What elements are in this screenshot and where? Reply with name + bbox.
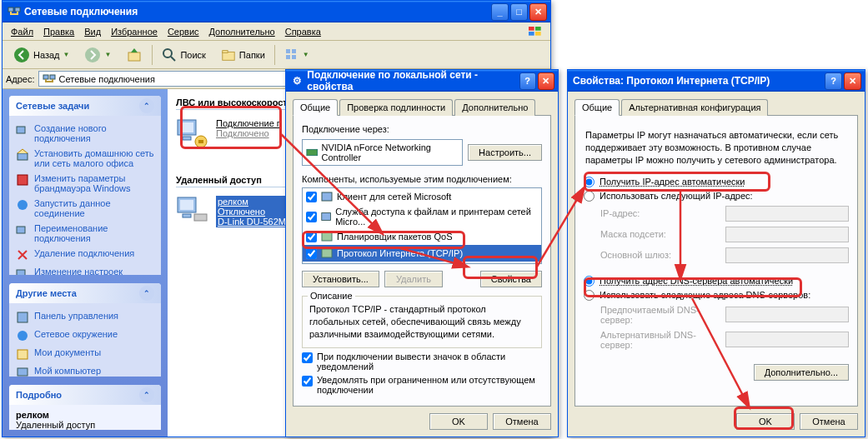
panel-network-tasks: Сетевые задачи ⌃ Создание нового подключ… [9, 96, 161, 275]
svg-rect-3 [535, 27, 541, 31]
explorer-titlebar[interactable]: Сетевые подключения _ □ ✕ [3, 1, 550, 22]
close-button[interactable]: ✕ [538, 72, 554, 90]
tcpip-description: Параметры IP могут назначаться автоматич… [585, 129, 847, 167]
explorer-title: Сетевые подключения [24, 6, 138, 17]
cancel-button[interactable]: Отмена [800, 413, 858, 430]
minimize-button[interactable]: _ [491, 3, 509, 21]
propdlg-titlebar[interactable]: ⚙ Подключение по локальной сети - свойст… [286, 70, 558, 92]
dns2-label: Альтернативный DNS-сервер: [600, 330, 725, 350]
tcpdlg-titlebar[interactable]: Свойства: Протокол Интернета (TCP/IP) ? … [568, 70, 865, 92]
panel-network-tasks-header[interactable]: Сетевые задачи ⌃ [9, 96, 161, 116]
connection-name: Подключение п [216, 118, 282, 128]
menu-tools[interactable]: Сервис [163, 25, 204, 38]
task-change-settings[interactable]: Изменение настроек подключения [16, 264, 154, 275]
help-button[interactable]: ? [519, 72, 536, 90]
task-home-network[interactable]: Установить домашнюю сеть или сеть малого… [16, 146, 154, 171]
forward-button[interactable]: ▼ [78, 42, 117, 67]
back-dropdown-icon[interactable]: ▼ [63, 51, 70, 58]
task-rename[interactable]: Переименование подключения [16, 221, 154, 246]
component-client[interactable]: Клиент для сетей Microsoft [303, 188, 541, 205]
tab-general[interactable]: Общие [293, 99, 338, 116]
task-network-neighborhood[interactable]: Сетевое окружение [16, 327, 154, 345]
panel-details-header[interactable]: Подробно ⌃ [9, 385, 161, 405]
advanced-button[interactable]: Дополнительно... [754, 364, 849, 381]
svg-rect-30 [180, 122, 193, 132]
svg-point-7 [85, 47, 100, 62]
cancel-button[interactable]: Отмена [493, 413, 551, 430]
menu-edit[interactable]: Правка [38, 25, 79, 38]
tab-auth[interactable]: Проверка подлинности [339, 99, 453, 116]
forward-dropdown-icon[interactable]: ▼ [104, 51, 111, 58]
ok-button[interactable]: OK [736, 413, 795, 430]
close-button[interactable]: ✕ [529, 3, 547, 21]
configure-button[interactable]: Настроить... [468, 144, 542, 161]
task-delete[interactable]: Удаление подключения [16, 246, 154, 264]
panel-other-places-header[interactable]: Другие места ⌃ [9, 283, 161, 303]
svg-rect-27 [18, 350, 28, 359]
help-button[interactable]: ? [825, 72, 842, 90]
radio-ip-manual[interactable] [584, 191, 595, 202]
remove-button[interactable]: Удалить [384, 271, 443, 287]
back-button[interactable]: Назад ▼ [8, 42, 75, 67]
chevron-up-icon: ⌃ [139, 286, 154, 301]
connection-properties-dialog: ⚙ Подключение по локальной сети - свойст… [285, 69, 559, 437]
task-control-panel[interactable]: Панель управления [16, 308, 154, 327]
svg-rect-2 [529, 27, 534, 31]
svg-rect-39 [322, 192, 332, 201]
tcpip-properties-dialog: Свойства: Протокол Интернета (TCP/IP) ? … [567, 69, 865, 437]
menu-advanced[interactable]: Дополнительно [204, 25, 280, 38]
components-list[interactable]: Клиент для сетей Microsoft Служба доступ… [302, 187, 542, 264]
properties-button[interactable]: Свойства [480, 271, 542, 287]
task-firewall[interactable]: Изменить параметры брандмауэра Windows [16, 171, 154, 196]
search-button[interactable]: Поиск [156, 43, 211, 67]
menu-file[interactable]: Файл [6, 25, 38, 38]
explorer-toolbar: Назад ▼ ▼ Поиск Папки ▼ [3, 41, 550, 69]
task-my-documents[interactable]: Мои документы [16, 345, 154, 363]
component-tcpip[interactable]: Протокол Интернета (TCP/IP) [303, 245, 541, 262]
svg-rect-42 [322, 249, 332, 257]
up-button[interactable] [120, 42, 148, 67]
views-dropdown-icon[interactable]: ▼ [303, 51, 309, 58]
svg-line-10 [171, 57, 175, 61]
task-start-connection[interactable]: Запустить данное соединение [16, 196, 154, 221]
connect-via-label: Подключение через: [302, 124, 542, 134]
task-new-connection[interactable]: Создание нового подключения [16, 121, 154, 146]
side-panel: Сетевые задачи ⌃ Создание нового подключ… [3, 89, 168, 437]
description-legend: Описание [308, 291, 355, 301]
menu-help[interactable]: Справка [280, 25, 326, 38]
ok-button[interactable]: OK [429, 413, 488, 430]
folders-button[interactable]: Папки [215, 43, 271, 67]
svg-point-22 [18, 200, 28, 210]
windows-flag-icon [524, 24, 547, 39]
menu-favorites[interactable]: Избранное [106, 25, 163, 38]
radio-dns-manual[interactable] [584, 290, 595, 301]
close-button[interactable]: ✕ [844, 72, 861, 90]
svg-rect-12 [223, 50, 228, 52]
folders-label: Папки [239, 50, 265, 60]
menu-view[interactable]: Вид [79, 25, 106, 38]
views-button[interactable]: ▼ [278, 43, 315, 67]
install-button[interactable]: Установить... [302, 271, 379, 287]
chk-tray-icon[interactable] [302, 352, 313, 363]
chk-notify[interactable] [302, 376, 313, 387]
maximize-button[interactable]: □ [510, 3, 528, 21]
component-qos[interactable]: Планировщик пакетов QoS [303, 228, 541, 245]
panel-details: Подробно ⌃ релком Удаленный доступ [9, 385, 161, 430]
svg-rect-20 [18, 153, 28, 160]
svg-rect-14 [292, 49, 296, 53]
radio-ip-auto[interactable] [584, 177, 595, 187]
svg-rect-37 [194, 214, 207, 221]
tab-advanced[interactable]: Дополнительно [454, 99, 535, 116]
svg-rect-25 [18, 312, 28, 322]
tab-alternative[interactable]: Альтернативная конфигурация [621, 99, 768, 116]
task-my-computer[interactable]: Мой компьютер [16, 363, 154, 377]
radio-dns-auto[interactable] [584, 276, 595, 287]
component-fileshare[interactable]: Служба доступа к файлам и принтерам сете… [303, 205, 541, 228]
tab-general[interactable]: Общие [574, 99, 620, 116]
svg-rect-36 [183, 214, 191, 217]
svg-rect-35 [180, 200, 193, 210]
connection-state: Отключено [218, 207, 294, 217]
svg-point-26 [18, 331, 28, 341]
connection-icon [176, 196, 209, 227]
ip-field [725, 206, 849, 222]
